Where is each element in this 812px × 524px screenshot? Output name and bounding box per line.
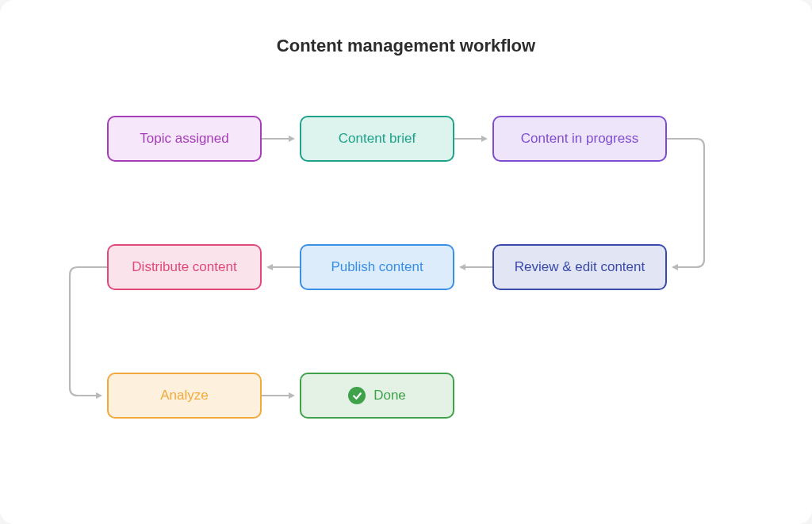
node-content-in-progress: Content in progress <box>492 116 667 162</box>
node-label: Distribute content <box>132 259 236 275</box>
arrow-distribute-to-analyze <box>70 267 107 396</box>
node-label: Analyze <box>160 388 208 404</box>
node-analyze: Analyze <box>107 373 262 419</box>
node-distribute-content: Distribute content <box>107 244 262 290</box>
node-label: Content brief <box>339 131 416 147</box>
arrow-progress-to-review <box>667 139 704 267</box>
node-review-edit: Review & edit content <box>492 244 667 290</box>
node-content-brief: Content brief <box>300 116 454 162</box>
node-label: Done <box>373 388 406 404</box>
node-label: Topic assigned <box>140 131 228 147</box>
node-label: Publish content <box>331 259 423 275</box>
node-topic-assigned: Topic assigned <box>107 116 262 162</box>
node-done: Done <box>300 373 454 419</box>
node-publish-content: Publish content <box>300 244 454 290</box>
node-label: Content in progress <box>521 131 638 147</box>
node-label: Review & edit content <box>515 259 645 275</box>
diagram-card: Content management workflow Topic assign… <box>0 0 812 524</box>
check-circle-icon <box>348 387 366 404</box>
